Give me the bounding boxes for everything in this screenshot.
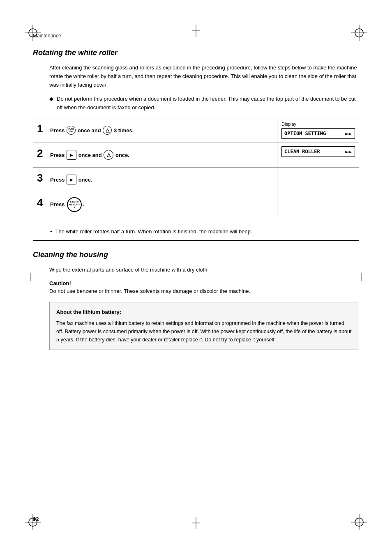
step-content-3: Press ► once. [45,168,277,192]
nav-right-button-2: ► [67,175,76,184]
display-arrow-1: ►► [345,130,352,137]
bullet-dot-icon: • [50,228,52,236]
display-label: Display: [281,122,355,127]
section2-intro: Wipe the external parts and surface of t… [49,266,359,274]
step3-display-empty [277,168,359,192]
step-row-4: 4 Press START/MEMORY● . [33,192,359,217]
corner-mark-tl [25,25,41,41]
cleaning-body: Wipe the external parts and surface of t… [49,266,359,350]
step-row-3: 3 Press ► once. [33,168,359,192]
corner-mark-tr [351,25,367,41]
display-box-1: OPTION SETTING ►► [281,128,355,139]
step2-press-label: Press [50,152,66,158]
steps-table: 1 Press FUNCTION once and △ 3 times. Dis… [33,118,359,217]
caution-text: Do not use benzene or thinner. These sol… [49,287,359,296]
step4-suffix: . [83,201,84,207]
step-row-1: 1 Press FUNCTION once and △ 3 times. Dis… [33,118,359,143]
start-memory-button: START/MEMORY● [67,197,82,212]
step-note-bullet: • The white roller rotates half a turn. … [50,228,354,236]
step4-press-label: Press [50,201,66,207]
step-note-text: The white roller rotates half a turn. Wh… [55,228,252,236]
mid-mark-top [192,25,200,38]
section1-warning-text: Do not perform this procedure when a doc… [57,95,359,112]
mid-mark-right [355,273,367,282]
up-arrow-button: △ [103,126,112,135]
section1-title: Rotating the white roller [33,48,359,57]
step3-press-label: Press [50,177,66,183]
info-box-title: About the lithium battery: [56,308,352,317]
step2-display: CLEAN ROLLER ►► [277,143,359,167]
page: Maintenance Rotating the white roller Af… [0,0,392,555]
section-rotating-roller: Rotating the white roller After cleaning… [33,48,359,241]
function-button: FUNCTION [67,126,76,135]
step1-mid1: once and [76,127,102,134]
step1-press-label: Press [50,127,66,134]
step-number-3: 3 [33,168,45,192]
step-note: • The white roller rotates half a turn. … [33,225,359,241]
mid-mark-bottom [192,517,200,530]
corner-mark-br [351,514,367,530]
step-content-1: Press FUNCTION once and △ 3 times. [45,118,277,143]
section1-warning: ◆ Do not perform this procedure when a d… [49,95,359,112]
nav-up-button: △ [104,150,113,160]
step-number-2: 2 [33,143,45,167]
info-box: About the lithium battery: The fax machi… [49,302,359,350]
bullet-diamond-icon: ◆ [49,95,53,112]
step-content-2: Press ► once and △ once. [45,143,277,167]
mid-mark-left [25,273,37,282]
display-text-2: CLEAN ROLLER [284,149,320,154]
section1-intro: After cleaning the scanning glass and ro… [49,64,359,89]
section-cleaning-housing: Cleaning the housing Wipe the external p… [33,251,359,350]
step-row-2: 2 Press ► once and △ once. CLEAN ROLLER … [33,143,359,168]
info-box-text: The fax machine uses a lithium battery t… [56,319,352,344]
step1-display: Display: OPTION SETTING ►► [277,118,359,143]
step-content-4: Press START/MEMORY● . [45,192,277,217]
page-number: 92 [33,516,39,522]
step2-mid1: once and [77,152,103,158]
step4-display-empty [277,192,359,217]
nav-right-button-1: ► [67,150,76,160]
step1-mid2: 3 times. [112,127,134,134]
section2-title: Cleaning the housing [33,251,359,259]
step-number-1: 1 [33,118,45,143]
display-text-1: OPTION SETTING [284,131,326,136]
display-box-2: CLEAN ROLLER ►► [281,146,355,157]
step2-mid2: once. [114,152,129,158]
caution-label: Caution! [49,280,359,286]
display-arrow-2: ►► [345,148,352,155]
step-number-4: 4 [33,192,45,217]
step3-mid1: once. [77,177,92,183]
